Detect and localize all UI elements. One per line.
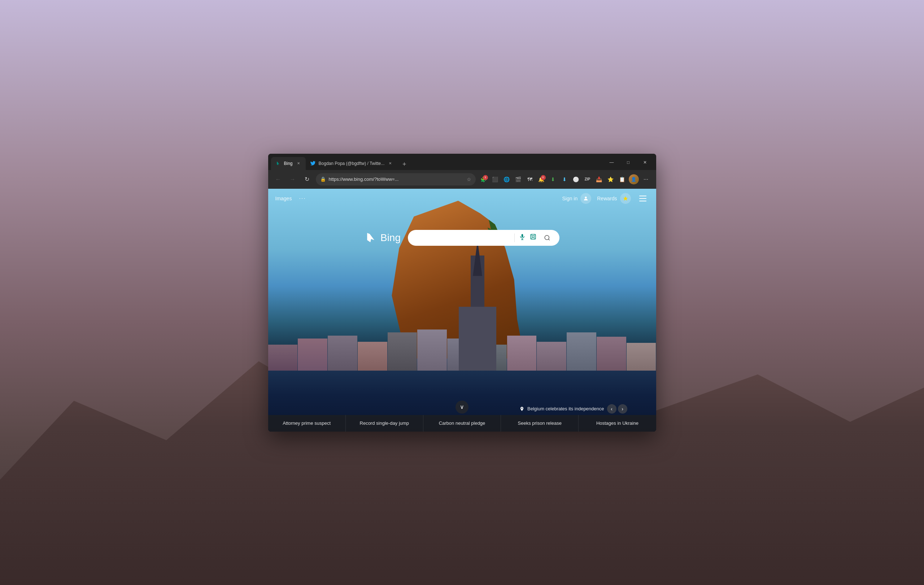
location-info: Belgium celebrates its independence ‹ › (520, 404, 627, 414)
search-box[interactable] (408, 230, 559, 246)
extension5-icon: ⬇ (562, 176, 567, 182)
location-pin-icon (520, 406, 525, 411)
news-item-4[interactable]: Seeks prison release (501, 415, 579, 432)
hamburger-menu-button[interactable] (637, 192, 649, 204)
search-input[interactable] (414, 235, 510, 241)
rewards-button[interactable]: Rewards (597, 193, 630, 204)
svg-point-0 (585, 196, 587, 198)
extension4-button[interactable]: 🗺 (525, 174, 535, 185)
church (454, 276, 501, 378)
profile-avatar: 👤 (631, 177, 636, 182)
extension2-button[interactable]: 🌐 (502, 174, 512, 185)
news-item-2[interactable]: Record single-day jump (346, 415, 423, 432)
add-tab-button[interactable]: + (399, 159, 410, 170)
location-prev-button[interactable]: ‹ (607, 404, 617, 414)
extension6-icon: ⚪ (573, 176, 579, 182)
tab-twitter-close[interactable]: ✕ (387, 161, 393, 166)
svg-rect-1 (521, 234, 523, 237)
bing-logo-text: Bing (380, 232, 401, 244)
svg-line-6 (531, 235, 532, 236)
bing-header-right: Sign in Rewards (562, 192, 648, 204)
svg-line-11 (549, 239, 550, 240)
tab-bing-label: Bing (284, 161, 293, 166)
lock-icon: 🔒 (320, 176, 326, 182)
news-item-5-label: Hostages in Ukraine (596, 420, 639, 426)
news-item-1[interactable]: Attorney prime suspect (268, 415, 346, 432)
scroll-down-icon: ∨ (460, 404, 464, 410)
extension3-icon: 🎬 (515, 176, 521, 182)
collections-icon: 📋 (619, 176, 625, 182)
collections-button[interactable]: 📋 (617, 174, 627, 185)
tab-bing[interactable]: Bing ✕ (271, 157, 306, 170)
window-controls: — □ ✕ (604, 157, 656, 170)
news-item-4-label: Seeks prison release (518, 420, 562, 426)
extension7-button[interactable]: 📥 (594, 174, 604, 185)
location-next-button[interactable]: › (618, 404, 627, 414)
address-bar: ← → ↻ 🔒 https://www.bing.com/?toWww=... … (268, 170, 656, 189)
microphone-button[interactable] (519, 234, 526, 242)
zip-button[interactable]: ZIP (582, 174, 593, 185)
scroll-down-button[interactable]: ∨ (455, 400, 469, 414)
notifications-button[interactable]: 🔔 0 (536, 174, 546, 185)
url-bar[interactable]: 🔒 https://www.bing.com/?toWww=... ☆ (316, 173, 476, 186)
svg-point-5 (532, 236, 534, 238)
extensions-button[interactable]: 🧩 3 (478, 174, 489, 185)
extensions-badge: 3 (483, 175, 488, 180)
news-item-5[interactable]: Hostages in Ukraine (579, 415, 656, 432)
search-submit-button[interactable] (541, 231, 554, 244)
download-icon: ⬇ (551, 176, 555, 182)
extension7-icon: 📥 (596, 176, 602, 182)
extension4-icon: 🗺 (527, 176, 532, 182)
more-button[interactable]: ··· (640, 174, 652, 185)
title-bar: Bing ✕ Bogdan Popa (@bgdftw) / Twitte...… (268, 154, 656, 170)
church-body (459, 307, 496, 378)
maximize-button[interactable]: □ (620, 157, 637, 168)
location-arrows: ‹ › (607, 404, 627, 414)
minimize-button[interactable]: — (604, 157, 620, 168)
more-nav-button[interactable]: ··· (299, 195, 306, 202)
search-divider (514, 234, 515, 242)
extension3-button[interactable]: 🎬 (513, 174, 523, 185)
back-button[interactable]: ← (272, 174, 284, 185)
extension2-icon: 🌐 (503, 176, 510, 182)
svg-line-8 (534, 238, 535, 239)
profile-button[interactable]: 👤 (629, 174, 639, 185)
screenshot-button[interactable]: ⬛ (490, 174, 500, 185)
svg-point-10 (544, 235, 549, 240)
hamburger-line-2 (639, 198, 647, 199)
extension6-button[interactable]: ⚪ (571, 174, 581, 185)
location-text: Belgium celebrates its independence (527, 406, 604, 411)
images-nav-link[interactable]: Images (276, 196, 292, 201)
toolbar-icons: 🧩 3 ⬛ 🌐 🎬 🗺 🔔 0 ⬇ (478, 174, 652, 185)
refresh-button[interactable]: ↻ (301, 174, 313, 185)
zip-icon: ZIP (585, 177, 591, 181)
favorite-icon[interactable]: ☆ (467, 176, 471, 182)
news-bar: Attorney prime suspect Record single-day… (268, 415, 656, 432)
sign-in-button[interactable]: Sign in (562, 193, 591, 204)
tab-twitter[interactable]: Bogdan Popa (@bgdftw) / Twitte... ✕ (306, 157, 398, 170)
forward-button[interactable]: → (287, 174, 299, 185)
extension5-button[interactable]: ⬇ (559, 174, 569, 185)
browser-window: Bing ✕ Bogdan Popa (@bgdftw) / Twitte...… (268, 154, 656, 432)
bing-logo: Bing (365, 231, 401, 244)
news-item-2-label: Record single-day jump (360, 420, 409, 426)
svg-line-7 (534, 235, 535, 236)
bing-bottom: ∨ Belgium celebrates its independence ‹ … (268, 415, 656, 432)
search-area: Bing (268, 208, 656, 253)
close-button[interactable]: ✕ (637, 157, 653, 168)
twitter-tab-icon (310, 161, 316, 166)
hamburger-line-1 (639, 196, 647, 196)
bing-header: Images ··· Sign in Rewards (268, 189, 656, 208)
screenshot-icon: ⬛ (492, 176, 498, 182)
rewards-label: Rewards (597, 196, 617, 201)
download-button[interactable]: ⬇ (548, 174, 558, 185)
tab-bing-close[interactable]: ✕ (295, 161, 301, 166)
image-search-button[interactable] (530, 234, 536, 242)
bing-logo-icon (365, 231, 378, 244)
favorites-button[interactable]: ⭐ (606, 174, 616, 185)
notifications-badge: 0 (541, 175, 546, 180)
news-item-3[interactable]: Carbon neutral pledge (423, 415, 501, 432)
news-item-3-label: Carbon neutral pledge (439, 420, 485, 426)
bing-tab-icon (276, 161, 281, 166)
favorites-icon: ⭐ (607, 176, 614, 182)
